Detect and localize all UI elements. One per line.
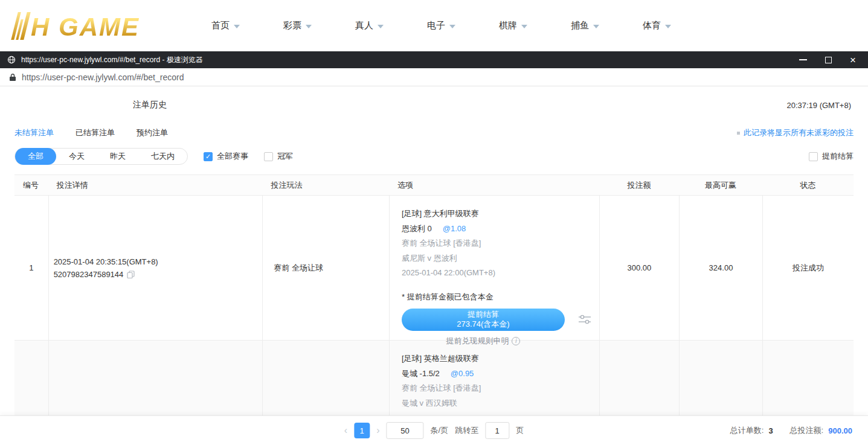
checkbox-champion[interactable]: 冠军: [264, 151, 293, 162]
bet-record-table: 编号 投注详情 投注玩法 选项 投注额 最高可赢 状态 1 2025-01-04…: [14, 174, 854, 415]
copy-icon[interactable]: [127, 271, 135, 278]
cashout-button[interactable]: 提前结算 273.74(含本金): [402, 309, 565, 331]
logo[interactable]: H GAME: [14, 12, 190, 40]
tab-settled[interactable]: 已结算注单: [76, 127, 115, 138]
checkbox-all-events-label: 全部赛事: [217, 151, 248, 162]
nav-label: 捕鱼: [571, 20, 589, 31]
chevron-down-icon: [234, 25, 240, 28]
cell-option: [足球] 意大利甲级联赛 恩波利 0 @1.08 赛前 全场让球 [香港盘] 威…: [389, 196, 599, 340]
header-option: 选项: [389, 180, 599, 191]
browser-titlebar: https://user-pc-new.jylywl.com/#/bet_rec…: [0, 51, 868, 68]
globe-icon: [7, 56, 16, 64]
filter-yesterday[interactable]: 昨天: [97, 148, 138, 165]
tab-unsettled[interactable]: 未结算注单: [14, 127, 54, 138]
cashout-label: 提前结算: [468, 310, 499, 320]
table-row: [足球] 英格兰超级联赛 曼城 -1.5/2 @0.95 赛前 全场让球 [香港…: [14, 341, 854, 415]
cell-option: [足球] 英格兰超级联赛 曼城 -1.5/2 @0.95 赛前 全场让球 [香港…: [389, 341, 599, 415]
cashout-amount: 273.74(含本金): [457, 319, 509, 330]
header-status: 状态: [762, 180, 854, 191]
checkbox-empty-icon: [264, 152, 273, 161]
total-count-value: 3: [768, 426, 773, 435]
match: 威尼斯 v 恩波利: [402, 254, 593, 263]
nav-label: 棋牌: [499, 20, 517, 31]
selection: 曼城 -1.5/2: [402, 369, 440, 379]
logo-bars-icon: [11, 12, 30, 40]
nav-label: 首页: [211, 20, 230, 31]
nav-item-home[interactable]: 首页: [211, 20, 240, 31]
jump-label: 跳转至: [455, 425, 478, 436]
url-bar[interactable]: https://user-pc-new.jylywl.com/#/bet_rec…: [0, 68, 868, 86]
page-title: 注单历史: [133, 100, 167, 110]
filter-row: 全部 今天 昨天 七天内 ✓ 全部赛事 冠军 提前结算: [0, 138, 868, 165]
filter-all[interactable]: 全部: [15, 148, 56, 165]
filter-today[interactable]: 今天: [56, 148, 97, 165]
cell-play: [262, 341, 389, 415]
chevron-down-icon: [449, 25, 455, 28]
checkbox-early-settlement[interactable]: 提前结算: [809, 151, 854, 162]
header-no: 编号: [14, 180, 48, 191]
lock-icon: [9, 73, 16, 82]
page-content: 注单历史 20:37:19 (GMT+8) 未结算注单 已结算注单 预约注单 此…: [0, 86, 868, 415]
page-head: 注单历史 20:37:19 (GMT+8): [0, 86, 868, 110]
header-detail: 投注详情: [48, 180, 263, 191]
page-size-input[interactable]: [387, 422, 424, 439]
checkbox-all-events[interactable]: ✓ 全部赛事: [204, 151, 248, 162]
screen: H GAME 首页 彩票 真人 电子 棋牌 捕鱼 体育 https://user…: [0, 0, 868, 445]
minimize-button[interactable]: [799, 59, 807, 60]
chevron-down-icon: [521, 25, 527, 28]
pagination-bar: ‹ 1 › 条/页 跳转至 页 总计单数: 3 总投注额: 900.00: [0, 415, 868, 445]
chevron-down-icon: [593, 25, 599, 28]
match-time: 2025-01-04 22:00(GMT+8): [402, 268, 593, 278]
chevron-down-icon: [306, 25, 312, 28]
cell-detail: [48, 341, 263, 415]
bullet-icon: [737, 132, 740, 135]
nav-item-slots[interactable]: 电子: [427, 20, 455, 31]
browser-tab-title: https://user-pc-new.jylywl.com/#/bet_rec…: [21, 55, 203, 65]
bet-id: 5207982347589144: [54, 270, 124, 279]
game-header: H GAME 首页 彩票 真人 电子 棋牌 捕鱼 体育: [0, 0, 868, 51]
checkbox-empty-icon: [809, 152, 818, 161]
selection: 恩波利 0: [402, 224, 432, 234]
cell-status: [762, 341, 854, 415]
tab-reserved[interactable]: 预约注单: [137, 127, 168, 138]
page-unit-label: 页: [516, 425, 524, 436]
header-maxwin: 最高可赢: [679, 180, 762, 191]
total-count-label: 总计单数:: [730, 425, 764, 436]
table-row: 1 2025-01-04 20:35:15(GMT+8) 52079823475…: [14, 196, 854, 341]
total-amount-label: 总投注额:: [790, 425, 824, 436]
nav-label: 体育: [643, 20, 661, 31]
checkbox-champion-label: 冠军: [277, 151, 293, 162]
logo-text: H GAME: [31, 14, 140, 40]
league: [足球] 意大利甲级联赛: [402, 209, 593, 219]
next-page-icon[interactable]: ›: [376, 425, 379, 436]
filter-7days[interactable]: 七天内: [138, 148, 187, 165]
close-button[interactable]: ×: [850, 55, 856, 65]
nav-item-sports[interactable]: 体育: [643, 20, 671, 31]
nav-item-live[interactable]: 真人: [355, 20, 384, 31]
cell-no: [14, 341, 48, 415]
prev-page-icon[interactable]: ‹: [344, 425, 347, 436]
cell-play: 赛前 全场让球: [262, 196, 389, 340]
market: 赛前 全场让球 [香港盘]: [402, 383, 593, 393]
slider-settings-icon[interactable]: [578, 313, 591, 325]
nav-item-cards[interactable]: 棋牌: [499, 20, 527, 31]
checkbox-checked-icon: ✓: [204, 152, 213, 161]
notice-text: 此记录将显示所有未派彩的投注: [744, 127, 854, 138]
jump-page-input[interactable]: [485, 422, 509, 439]
market: 赛前 全场让球 [香港盘]: [402, 239, 593, 248]
cell-detail: 2025-01-04 20:35:15(GMT+8) 5207982347589…: [48, 196, 263, 340]
page-number-button[interactable]: 1: [354, 423, 370, 438]
tabs-row: 未结算注单 已结算注单 预约注单 此记录将显示所有未派彩的投注: [0, 110, 868, 138]
cell-maxwin: 324.00: [679, 196, 762, 340]
url-text: https://user-pc-new.jylywl.com/#/bet_rec…: [22, 72, 184, 82]
nav-label: 彩票: [283, 20, 301, 31]
checkbox-early-settlement-label: 提前结算: [822, 151, 854, 162]
match: 曼城 v 西汉姆联: [402, 399, 593, 408]
cell-status: 投注成功: [762, 196, 854, 340]
maximize-button[interactable]: [825, 57, 832, 63]
current-time: 20:37:19 (GMT+8): [786, 101, 851, 110]
nav-item-fishing[interactable]: 捕鱼: [571, 20, 599, 31]
main-nav: 首页 彩票 真人 电子 棋牌 捕鱼 体育: [211, 20, 671, 31]
nav-label: 电子: [427, 20, 445, 31]
nav-item-lottery[interactable]: 彩票: [283, 20, 312, 31]
